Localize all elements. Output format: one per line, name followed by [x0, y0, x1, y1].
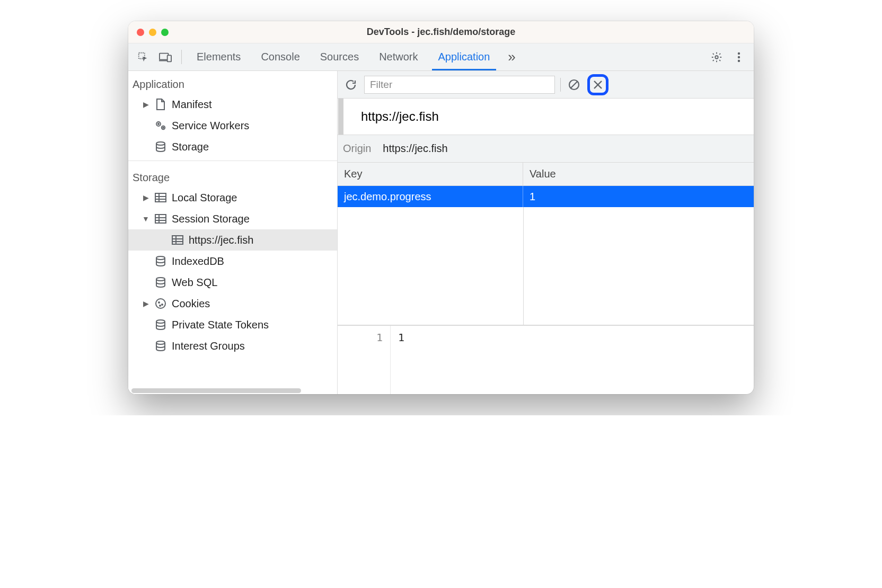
titlebar: DevTools - jec.fish/demo/storage [128, 21, 754, 43]
tab-elements[interactable]: Elements [187, 43, 250, 70]
sidebar-item-interest-groups[interactable]: Interest Groups [128, 335, 337, 357]
sidebar-item-session-storage[interactable]: ▼ Session Storage [128, 208, 337, 229]
clear-all-icon[interactable] [566, 77, 582, 93]
svg-rect-17 [155, 215, 166, 223]
sidebar-item-private-state-tokens[interactable]: Private State Tokens [128, 314, 337, 335]
devtools-window: DevTools - jec.fish/demo/storage Element… [128, 21, 754, 394]
sidebar-item-storage[interactable]: Storage [128, 136, 337, 157]
column-header-value[interactable]: Value [523, 163, 754, 185]
delete-selected-highlight [587, 74, 608, 95]
svg-point-25 [156, 256, 165, 260]
sidebar-item-manifest[interactable]: ▶ Manifest [128, 94, 337, 115]
storage-table: Key Value jec.demo.progress 1 [338, 163, 754, 325]
expand-arrow-icon: ▶ [142, 100, 149, 109]
tab-network[interactable]: Network [369, 43, 427, 70]
origin-value: https://jec.fish [383, 142, 447, 155]
sidebar-item-label: Session Storage [172, 213, 250, 225]
svg-point-12 [156, 142, 165, 145]
window-title: DevTools - jec.fish/demo/storage [367, 26, 516, 38]
database-icon [154, 254, 167, 268]
settings-icon[interactable] [706, 43, 727, 70]
svg-point-11 [163, 127, 164, 128]
tab-console[interactable]: Console [251, 43, 309, 70]
table-icon [154, 212, 167, 226]
inspect-element-icon[interactable] [133, 43, 154, 70]
cell-value[interactable]: 1 [523, 186, 754, 207]
database-icon [154, 140, 167, 154]
scrollbar-thumb[interactable] [131, 388, 301, 393]
svg-point-9 [158, 123, 160, 125]
gears-icon [154, 119, 167, 132]
more-tabs-icon[interactable]: » [500, 43, 523, 70]
svg-point-26 [156, 278, 165, 281]
sidebar-item-cookies[interactable]: ▶ Cookies [128, 293, 337, 314]
storage-main-pane: https://jec.fish Origin https://jec.fish… [338, 71, 754, 394]
collapse-arrow-icon: ▼ [142, 215, 149, 223]
storage-toolbar [338, 71, 754, 99]
sidebar-item-session-storage-origin[interactable]: https://jec.fish [128, 229, 337, 251]
sidebar-item-indexeddb[interactable]: IndexedDB [128, 251, 337, 272]
sidebar-item-label: IndexedDB [172, 255, 224, 268]
table-body: jec.demo.progress 1 [338, 186, 754, 325]
sidebar-item-label: Storage [172, 141, 209, 153]
expand-arrow-icon: ▶ [142, 299, 149, 308]
kebab-menu-icon[interactable] [728, 43, 749, 70]
zoom-window-button[interactable] [161, 29, 169, 36]
table-empty-area[interactable] [338, 207, 754, 325]
file-icon [154, 97, 167, 111]
origin-label: Origin [343, 142, 371, 155]
svg-point-4 [715, 56, 718, 59]
minimize-window-button[interactable] [149, 29, 156, 36]
window-controls [128, 29, 169, 36]
section-storage-label: Storage [128, 164, 337, 187]
table-header: Key Value [338, 163, 754, 186]
sidebar-item-label: https://jec.fish [189, 234, 253, 246]
svg-point-6 [738, 56, 740, 58]
svg-line-34 [571, 82, 577, 88]
cell-key[interactable]: jec.demo.progress [338, 186, 523, 207]
section-application-label: Application [128, 71, 337, 94]
sidebar-item-label: Service Workers [172, 120, 249, 132]
svg-point-5 [738, 52, 740, 54]
filter-input[interactable] [364, 76, 555, 94]
sidebar-item-web-sql[interactable]: Web SQL [128, 272, 337, 293]
svg-point-29 [162, 304, 163, 305]
sidebar-horizontal-scrollbar[interactable] [128, 387, 337, 394]
cookie-icon [154, 297, 167, 310]
preview-line-number: 1 [338, 326, 391, 394]
svg-point-32 [156, 341, 165, 344]
svg-rect-3 [167, 55, 171, 61]
svg-point-28 [158, 302, 160, 303]
application-sidebar: Application ▶ Manifest Service Workers [128, 71, 338, 394]
sidebar-item-label: Web SQL [172, 277, 217, 289]
column-header-key[interactable]: Key [338, 163, 523, 185]
tab-application[interactable]: Application [429, 43, 500, 70]
svg-point-27 [156, 299, 165, 308]
svg-point-30 [160, 305, 161, 306]
close-window-button[interactable] [137, 29, 144, 36]
svg-rect-21 [172, 236, 183, 244]
sidebar-item-label: Manifest [172, 99, 212, 111]
database-icon [154, 339, 167, 353]
sidebar-item-label: Interest Groups [172, 340, 245, 352]
delete-selected-icon[interactable] [591, 78, 605, 92]
svg-point-7 [738, 59, 740, 61]
refresh-icon[interactable] [343, 77, 359, 93]
table-icon [154, 191, 167, 204]
sidebar-item-local-storage[interactable]: ▶ Local Storage [128, 187, 337, 208]
tab-sources[interactable]: Sources [311, 43, 368, 70]
table-row[interactable]: jec.demo.progress 1 [338, 186, 754, 207]
expand-arrow-icon: ▶ [142, 193, 149, 202]
preview-content: 1 [391, 326, 412, 394]
database-icon [154, 275, 167, 289]
svg-rect-13 [155, 193, 166, 202]
device-toolbar-icon[interactable] [155, 43, 176, 70]
toolbar-separator [560, 78, 561, 92]
sidebar-item-label: Cookies [172, 298, 210, 310]
svg-point-8 [156, 122, 161, 126]
sidebar-item-label: Private State Tokens [172, 319, 269, 331]
sidebar-item-service-workers[interactable]: Service Workers [128, 115, 337, 136]
sidebar-item-label: Local Storage [172, 192, 237, 204]
table-icon [171, 233, 184, 247]
svg-point-31 [156, 320, 165, 323]
